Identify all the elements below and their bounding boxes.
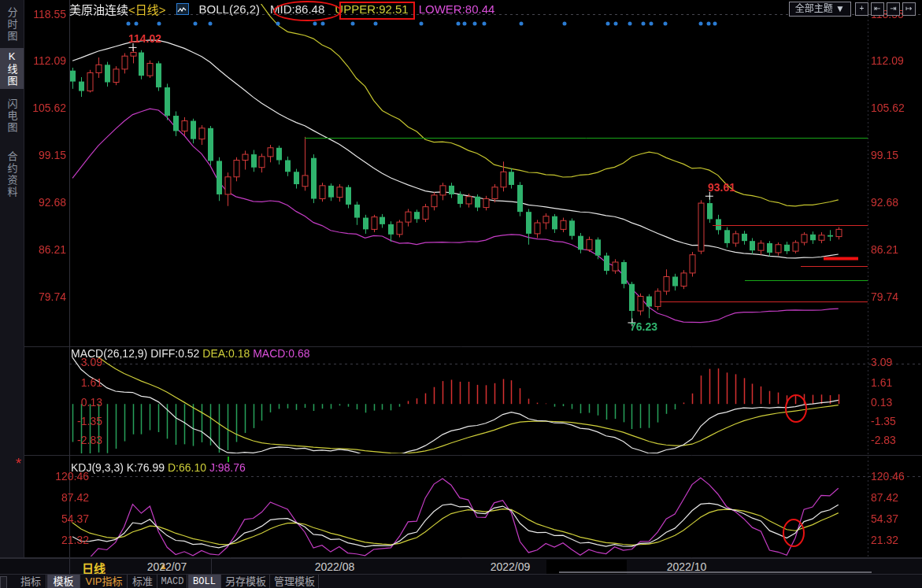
macd-diff-value: DIFF:0.52 <box>150 347 199 360</box>
tab-BOLL[interactable]: BOLL <box>188 575 221 588</box>
price-axis-right-2: 105.62 <box>871 102 918 114</box>
tab-管理模板[interactable]: 管理模板 <box>271 575 319 588</box>
sidebar-item-label: 合约资料 <box>7 151 17 198</box>
kdj-axis-right-2: 54.37 <box>871 512 918 525</box>
price-axis-right-5: 86.21 <box>871 243 918 256</box>
date-tick-1: 2022/08 <box>303 560 366 573</box>
sidebar-item-label: K线图 <box>7 50 17 87</box>
macd-axis-right-3: -1.35 <box>871 415 918 427</box>
sidebar-item-0[interactable]: 分时图 <box>0 3 24 46</box>
macd-dea-value: DEA:0.18 <box>202 347 250 360</box>
extreme-label-93.61: 93.61 <box>708 181 735 194</box>
kdj-axis-left-2: 54.37 <box>24 512 89 525</box>
price-axis-left-6: 79.74 <box>24 290 66 303</box>
kdj-k-value: K:76.99 <box>127 461 165 474</box>
horizontal-scrollbar[interactable] <box>559 571 872 573</box>
kdj-axis-right-1: 87.42 <box>871 491 918 504</box>
sidebar-item-3[interactable]: 合约资料 <box>0 144 24 205</box>
tab-指标[interactable]: 指标 <box>16 575 46 588</box>
macd-axis-left-0: 3.09 <box>24 356 102 368</box>
tab-另存模板[interactable]: 另存模板 <box>222 575 270 588</box>
boll-mid-value: MID:86.48 <box>270 2 324 16</box>
header-controls: 全部主题 ▼ +⇤⇥↦ <box>789 2 916 17</box>
macd-axis-left-1: 1.61 <box>24 376 102 389</box>
macd-axis-left-2: 0.13 <box>24 396 102 409</box>
kdj-axis-right-3: 21.32 <box>871 534 918 546</box>
symbol-name: 美原油连续 <box>69 3 128 17</box>
macd-macd-value: MACD:0.68 <box>253 347 309 360</box>
symbol-title: 美原油连续<日线> <box>69 1 166 17</box>
theme-selector-label: 全部主题 <box>795 3 833 14</box>
price-axis-left-4: 92.68 <box>24 196 66 209</box>
tab-bar-handle[interactable] <box>0 576 7 588</box>
expand-xaxis-icon[interactable]: ⇥ <box>887 2 900 16</box>
macd-axis-right-1: 1.61 <box>871 376 918 389</box>
sidebar-item-1[interactable]: K线图 <box>0 48 24 89</box>
price-axis-right-6: 79.74 <box>871 290 918 303</box>
chart-canvas[interactable] <box>0 0 922 588</box>
period-tag: <日线> <box>128 3 166 17</box>
price-axis-left-3: 99.15 <box>24 149 66 161</box>
price-axis-right-1: 112.09 <box>871 54 918 67</box>
shrink-xaxis-icon[interactable]: ⇤ <box>871 2 884 16</box>
marker-asterisk-icon: * <box>16 458 21 469</box>
price-axis-left-0: 118.55 <box>24 8 66 20</box>
trading-app-window: 分时图K线图闪电图合约资料 美原油连续<日线> BOLL(26,2) MID:8… <box>0 0 922 588</box>
date-tick-2: 2022/09 <box>479 560 542 573</box>
indicator-tab-bar: 指标模板VIP指标标准MACDBOLL另存模板管理模板 <box>0 574 922 588</box>
date-tick-0: 2022/07 <box>135 560 198 573</box>
tab-MACD[interactable]: MACD <box>158 575 187 588</box>
chart-header: 美原油连续<日线> BOLL(26,2) MID:86.48 UPPER:92.… <box>69 0 494 17</box>
macd-axis-right-4: -2.83 <box>871 434 918 446</box>
tab-模板[interactable]: 模板 <box>47 575 80 588</box>
kdj-d-value: D:66.10 <box>168 461 206 474</box>
green-tick-mark <box>228 457 229 462</box>
macd-axis-right-2: 0.13 <box>871 396 918 409</box>
left-sidebar: 分时图K线图闪电图合约资料 <box>0 0 24 557</box>
sidebar-item-label: 分时图 <box>7 7 17 43</box>
mini-chart-icon <box>176 3 189 15</box>
theme-selector-button[interactable]: 全部主题 ▼ <box>789 2 851 17</box>
indicator-name-label: BOLL(26,2) <box>199 2 261 16</box>
macd-axis-right-0: 3.09 <box>871 356 918 368</box>
extreme-label-114.02: 114.02 <box>128 32 161 45</box>
kdj-axis-right-0: 120.46 <box>871 470 918 483</box>
price-axis-left-1: 112.09 <box>24 54 66 67</box>
kdj-pane-header: KDJ(9,3,3) K:76.99 D:66.10 J:98.76 <box>71 461 246 474</box>
tab-标准[interactable]: 标准 <box>128 575 157 588</box>
boll-lower-value: LOWER:80.44 <box>419 2 495 16</box>
pan-icon[interactable]: + <box>855 2 868 16</box>
boll-upper-value: UPPER:92.51 <box>335 2 408 16</box>
price-axis-left-2: 105.62 <box>24 102 66 114</box>
macd-pane-header: MACD(26,12,9) DIFF:0.52 DEA:0.18 MACD:0.… <box>71 347 309 360</box>
kdj-j-value: J:98.76 <box>209 461 246 474</box>
shift-right-icon[interactable]: ↦ <box>902 2 916 16</box>
macd-axis-left-3: -1.35 <box>24 415 102 427</box>
window-tool-buttons: +⇤⇥↦ <box>855 2 916 16</box>
kdj-axis-left-0: 120.46 <box>24 470 89 483</box>
price-axis-right-3: 99.15 <box>871 149 918 161</box>
tab-VIP指标[interactable]: VIP指标 <box>81 575 128 588</box>
date-axis-bar: 日线 ▲ 2022/072022/082022/092022/10 <box>0 558 922 574</box>
kdj-axis-left-1: 87.42 <box>24 491 89 504</box>
macd-axis-left-4: -2.83 <box>24 434 102 446</box>
sidebar-item-2[interactable]: 闪电图 <box>0 93 24 139</box>
price-axis-right-4: 92.68 <box>871 196 918 209</box>
price-axis-left-5: 86.21 <box>24 243 66 256</box>
kdj-axis-left-3: 21.32 <box>24 534 89 546</box>
sidebar-item-label: 闪电图 <box>7 98 17 134</box>
extreme-label-76.23: 76.23 <box>630 320 657 333</box>
chevron-down-icon: ▼ <box>835 3 845 14</box>
